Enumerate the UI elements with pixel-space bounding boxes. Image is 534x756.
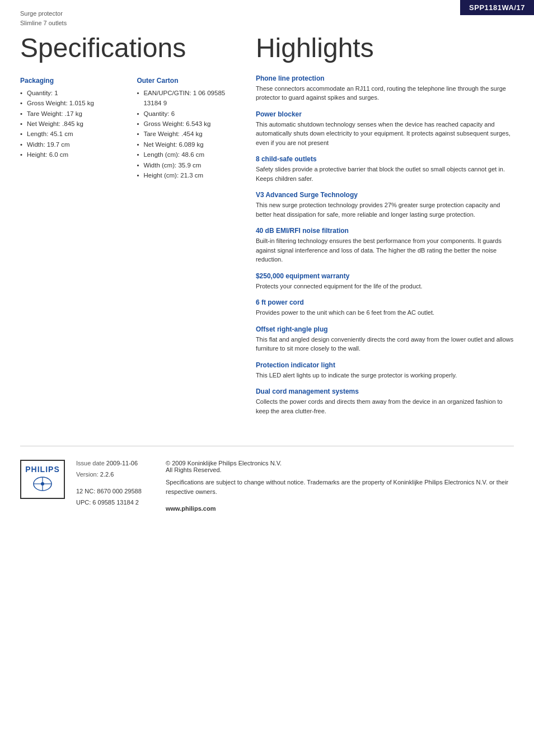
highlight-text: Collects the power cords and directs the… <box>256 397 514 416</box>
highlight-text: Safety slides provide a protective barri… <box>256 165 514 183</box>
packaging-section: Packaging Quantity: 1 Gross Weight: 1.01… <box>20 77 125 192</box>
list-item: Width (cm): 35.9 cm <box>137 160 242 170</box>
website-line: www.philips.com <box>166 505 514 512</box>
outer-carton-title: Outer Carton <box>137 77 242 85</box>
list-item: Width: 19.7 cm <box>20 139 125 150</box>
highlight-title: 6 ft power cord <box>256 298 514 306</box>
logo-text: PHILIPS <box>25 465 59 474</box>
highlight-text: These connectors accommodate an RJ11 cor… <box>256 84 514 102</box>
highlight-title: Power blocker <box>256 110 514 118</box>
logo-icon <box>32 476 53 494</box>
highlight-item: 40 dB EMI/RFI noise filtrationBuilt-in f… <box>256 227 514 264</box>
copyright: © 2009 Koninklijke Philips Electronics N… <box>166 460 514 473</box>
disclaimer: Specifications are subject to change wit… <box>166 478 514 496</box>
highlight-title: V3 Advanced Surge Technology <box>256 191 514 199</box>
product-info: Surge protector Slimline 7 outlets <box>20 9 67 27</box>
list-item: Tare Weight: .454 kg <box>137 129 242 139</box>
list-item: Quantity: 1 <box>20 88 125 98</box>
product-code-header: SPP1181WA/17 <box>460 0 534 15</box>
left-column: Specifications Packaging Quantity: 1 Gro… <box>20 34 242 423</box>
website-link[interactable]: www.philips.com <box>166 505 216 512</box>
main-content: Specifications Packaging Quantity: 1 Gro… <box>0 34 534 423</box>
outer-carton-list: EAN/UPC/GTIN: 1 06 09585 13184 9 Quantit… <box>137 88 242 181</box>
list-item: Quantity: 6 <box>137 109 242 119</box>
highlight-item: Dual cord management systemsCollects the… <box>256 388 514 416</box>
product-type: Surge protector <box>20 9 67 18</box>
footer: PHILIPS Issue date 2009-11-06 Version: 2… <box>0 446 534 525</box>
outer-carton-section: Outer Carton EAN/UPC/GTIN: 1 06 09585 13… <box>137 77 242 192</box>
highlights-list: Phone line protectionThese connectors ac… <box>256 74 514 416</box>
list-item: Tare Weight: .17 kg <box>20 109 125 119</box>
page-title-specs: Specifications <box>20 34 242 63</box>
list-item: Length (cm): 48.6 cm <box>137 150 242 160</box>
svg-point-3 <box>41 482 44 486</box>
highlight-item: Protection indicator lightThis LED alert… <box>256 361 514 380</box>
version-line: Version: 2.2.6 <box>76 471 149 478</box>
highlight-item: 8 child-safe outletsSafety slides provid… <box>256 155 514 183</box>
upc-line: UPC: 6 09585 13184 2 <box>76 499 149 506</box>
highlight-text: This new surge protection technology pro… <box>256 200 514 219</box>
packaging-list: Quantity: 1 Gross Weight: 1.015 kg Tare … <box>20 88 125 160</box>
issue-date-label: Issue date <box>76 460 105 466</box>
list-item: Length: 45.1 cm <box>20 129 125 139</box>
highlight-text: Built-in filtering technology ensures th… <box>256 236 514 264</box>
version: 2.2.6 <box>100 471 114 478</box>
footer-right: © 2009 Koninklijke Philips Electronics N… <box>166 460 514 512</box>
outer-carton-block: Outer Carton EAN/UPC/GTIN: 1 06 09585 13… <box>137 77 242 181</box>
highlight-title: $250,000 equipment warranty <box>256 272 514 280</box>
philips-logo: PHILIPS <box>20 460 65 499</box>
highlight-text: This LED alert lights up to indicate the… <box>256 371 514 380</box>
highlight-text: This automatic shutdown technology sense… <box>256 120 514 148</box>
list-item: Height: 6.0 cm <box>20 150 125 160</box>
highlight-item: Offset right-angle plugThis flat and ang… <box>256 325 514 353</box>
highlight-item: 6 ft power cordProvides power to the uni… <box>256 298 514 318</box>
list-item: Net Weight: .845 kg <box>20 119 125 129</box>
highlight-title: 8 child-safe outlets <box>256 155 514 163</box>
upc-value-text: 6 09585 13184 2 <box>92 499 139 506</box>
highlight-item: Phone line protectionThese connectors ac… <box>256 74 514 102</box>
highlight-text: Protects your connected equipment for th… <box>256 282 514 291</box>
nc-line: 12 NC: 8670 000 29588 <box>76 488 149 494</box>
list-item: EAN/UPC/GTIN: 1 06 09585 13184 9 <box>137 88 242 109</box>
issue-date-line: Issue date 2009-11-06 <box>76 460 149 466</box>
highlight-title: Phone line protection <box>256 74 514 82</box>
nc-label: 12 NC: <box>76 488 95 494</box>
packaging-title: Packaging <box>20 77 125 85</box>
footer-left: Issue date 2009-11-06 Version: 2.2.6 12 … <box>76 460 149 512</box>
list-item: Gross Weight: 6.543 kg <box>137 119 242 129</box>
upc-label: UPC: <box>76 499 91 506</box>
highlight-title: 40 dB EMI/RFI noise filtration <box>256 227 514 235</box>
page-title-highlights: Highlights <box>256 34 514 63</box>
footer-info: Issue date 2009-11-06 Version: 2.2.6 12 … <box>76 460 514 512</box>
version-label: Version: <box>76 471 99 478</box>
product-variant: Slimline 7 outlets <box>20 18 67 28</box>
list-item: Net Weight: 6.089 kg <box>137 139 242 150</box>
highlight-title: Offset right-angle plug <box>256 325 514 333</box>
highlight-text: This flat and angled design conveniently… <box>256 335 514 353</box>
highlight-item: $250,000 equipment warrantyProtects your… <box>256 272 514 291</box>
issue-date: 2009-11-06 <box>106 460 138 466</box>
nc-value: 8670 000 29588 <box>97 488 142 494</box>
highlight-title: Protection indicator light <box>256 361 514 369</box>
right-column: Highlights Phone line protectionThese co… <box>256 34 514 423</box>
highlight-text: Provides power to the unit which can be … <box>256 308 514 318</box>
list-item: Gross Weight: 1.015 kg <box>20 98 125 108</box>
highlight-item: V3 Advanced Surge TechnologyThis new sur… <box>256 191 514 219</box>
list-item: Height (cm): 21.3 cm <box>137 170 242 180</box>
specs-grid: Packaging Quantity: 1 Gross Weight: 1.01… <box>20 77 242 192</box>
packaging-block: Packaging Quantity: 1 Gross Weight: 1.01… <box>20 77 125 160</box>
highlight-item: Power blockerThis automatic shutdown tec… <box>256 110 514 148</box>
highlight-title: Dual cord management systems <box>256 388 514 395</box>
